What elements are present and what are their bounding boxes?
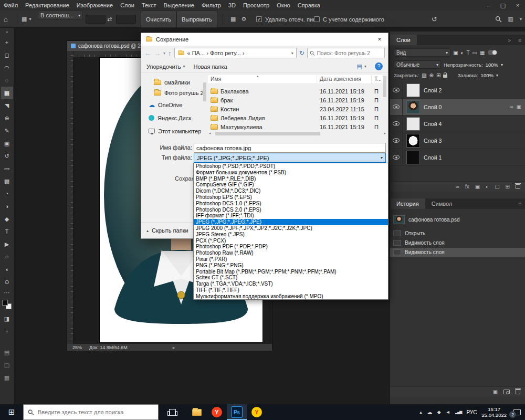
filter-adjust-icon[interactable]: ◐ <box>460 50 464 56</box>
history-snapshot-row[interactable]: сафонова готова.psd <box>390 213 525 226</box>
gradient-tool[interactable]: ▩ <box>1 175 13 187</box>
minimize-icon[interactable]: – <box>481 0 496 10</box>
eye-cell[interactable] <box>390 82 403 99</box>
sidebar-item-smiles[interactable]: смайлики <box>154 77 190 87</box>
layer-row-selected[interactable]: Слой 0 ∞ ▣ <box>390 99 525 116</box>
menu-select[interactable]: Выделение <box>160 0 198 10</box>
clone-stamp-tool[interactable]: ▣ <box>1 137 13 150</box>
straighten-button[interactable]: Выпрямить <box>176 10 217 28</box>
layer-thumbnail[interactable] <box>406 151 420 164</box>
delete-cropped-option[interactable]: ✓ Удалить отсеч. пикс. <box>256 10 320 28</box>
menu-type[interactable]: Текст <box>138 0 160 10</box>
eye-cell[interactable] <box>390 132 403 149</box>
menu-edit[interactable]: Редактирование <box>22 0 73 10</box>
ratio-width-input[interactable] <box>86 15 106 24</box>
layer-mask-icon[interactable]: ▣ <box>475 184 480 190</box>
dialog-close-icon[interactable]: × <box>371 33 388 46</box>
filter-smart-icon[interactable]: ▦ <box>480 50 485 56</box>
zoom-tool[interactable]: ⊙ <box>1 276 13 288</box>
task-view-button[interactable] <box>163 404 182 420</box>
filetype-option[interactable]: Pixar (*.PXR) <box>194 256 388 262</box>
filetype-option[interactable]: CompuServe GIF (*.GIF) <box>194 182 388 188</box>
crop-tool-icon[interactable]: ▦ <box>22 16 27 23</box>
snapshot-thumbnail[interactable] <box>393 215 405 224</box>
eye-cell[interactable] <box>390 99 403 116</box>
taskbar-app-yandex-yellow[interactable]: Y <box>247 404 267 420</box>
filetype-option[interactable]: PNG (*.PNG;*.PNG) <box>194 262 388 269</box>
taskbar-clock[interactable]: 15:17 25.04.2022 <box>481 406 507 418</box>
menu-filter[interactable]: Фильтр <box>198 0 225 10</box>
filetype-option[interactable]: Scitex CT (*.SCT) <box>194 275 388 281</box>
quick-selection-tool[interactable]: ◌ <box>1 74 13 87</box>
action-center-button[interactable]: 2 <box>513 409 521 415</box>
view-mode-icon[interactable]: ▤ <box>357 63 362 70</box>
history-item[interactable]: Открыть <box>390 229 525 238</box>
content-aware-checkbox[interactable] <box>314 16 320 22</box>
link-layers-icon[interactable]: ∞ <box>456 184 459 190</box>
history-item-label[interactable]: Видимость слоя <box>405 240 445 246</box>
menu-help[interactable]: Справка <box>294 0 324 10</box>
column-name[interactable]: Имя <box>208 75 317 83</box>
layer-name[interactable]: Слой 0 <box>424 104 442 110</box>
type-tool[interactable]: T <box>1 225 13 238</box>
lock-transparency-icon[interactable]: ▨ <box>422 72 426 78</box>
screen-mode-icon[interactable]: ▫ <box>1 325 13 338</box>
foreground-color-swatch[interactable] <box>2 300 8 306</box>
panel-collapse-icon[interactable]: » <box>505 37 514 43</box>
panel-menu-icon[interactable]: ≡ <box>514 37 525 43</box>
eyedropper-tool[interactable]: ◥ <box>1 99 13 112</box>
snapshot-name[interactable]: сафонова готова.psd <box>408 217 459 223</box>
breadcrumb[interactable]: « ПА... › Фото рету... › <box>187 50 245 56</box>
tray-expand-icon[interactable]: ▴ <box>419 410 422 415</box>
toolbar-collapse-icon[interactable]: » <box>5 28 8 36</box>
file-list-scrollbar[interactable] <box>383 75 387 131</box>
filter-shape-icon[interactable]: ▭ <box>472 50 477 56</box>
opacity-value[interactable]: 100% <box>486 62 498 68</box>
status-chevron-icon[interactable]: ▸ <box>173 345 175 350</box>
scrollbar-thumb[interactable] <box>215 132 320 135</box>
menu-image[interactable]: Изображение <box>73 0 117 10</box>
history-item-selected[interactable]: Видимость слоя <box>390 248 525 257</box>
up-icon[interactable]: ↑ <box>168 49 172 57</box>
edit-toolbar-icon[interactable]: ⋯ <box>1 288 13 297</box>
layer-name[interactable]: Слой 4 <box>424 121 442 127</box>
pen-tool[interactable]: ◆ <box>1 213 13 225</box>
chevron-down-icon[interactable]: ▾ <box>520 17 522 22</box>
address-dropdown-icon[interactable]: ▾ <box>291 51 293 56</box>
taskbar-app-explorer[interactable] <box>187 404 207 420</box>
layer-thumbnail[interactable] <box>406 117 420 131</box>
new-folder-button[interactable]: Новая папка <box>193 64 227 70</box>
search-icon[interactable] <box>495 16 502 23</box>
tab-character[interactable]: Символ <box>425 198 459 209</box>
filetype-option[interactable]: Photoshop DCS 1.0 (*.EPS) <box>194 201 388 207</box>
column-type[interactable]: Т... <box>372 75 383 83</box>
layer-thumbnail[interactable] <box>406 134 420 148</box>
new-layer-icon[interactable]: ⊞ <box>506 184 510 190</box>
taskbar-app-photoshop[interactable]: Ps <box>227 404 247 420</box>
delete-layer-icon[interactable] <box>516 184 520 189</box>
filetype-option[interactable]: BMP (*.BMP;*.RLE;*.DIB) <box>194 176 388 182</box>
panel-extra-icon[interactable]: ▦ <box>1 371 13 384</box>
layer-name[interactable]: Слой 1 <box>424 154 442 161</box>
visibility-eye-icon[interactable] <box>393 88 400 92</box>
scrollbar-thumb[interactable] <box>203 82 206 101</box>
sidebar-item-onedrive[interactable]: ☁ OneDrive <box>149 100 182 110</box>
menu-view[interactable]: Просмотр <box>239 0 273 10</box>
taskbar-search[interactable] <box>23 404 159 420</box>
gear-icon[interactable]: ⚙ <box>241 16 246 23</box>
filetype-option[interactable]: IFF формат (*.IFF;*.TDI) <box>194 213 388 219</box>
taskbar-search-input[interactable] <box>38 409 154 415</box>
reset-icon[interactable]: ↺ <box>432 15 437 23</box>
layer-row[interactable]: Слой 4 <box>390 116 525 132</box>
forward-icon[interactable]: → <box>154 49 161 57</box>
new-doc-from-state-icon[interactable]: ▣ <box>493 389 498 395</box>
ratio-height-input[interactable] <box>116 15 136 24</box>
file-row[interactable]: Костин 23.04.2022 11:15 П <box>208 105 383 113</box>
eye-cell[interactable] <box>390 116 403 132</box>
file-row[interactable]: Лебедева Лидия 16.11.2021 15:19 П <box>208 114 383 122</box>
sidebar-item-this-pc[interactable]: Этот компьютер <box>149 126 201 136</box>
onedrive-tray-icon[interactable]: ☁ <box>427 409 433 416</box>
tool-preset[interactable]: ▦ ▾ <box>15 10 31 28</box>
menu-file[interactable]: Файл <box>0 0 22 10</box>
history-item[interactable]: Видимость слоя <box>390 238 525 247</box>
